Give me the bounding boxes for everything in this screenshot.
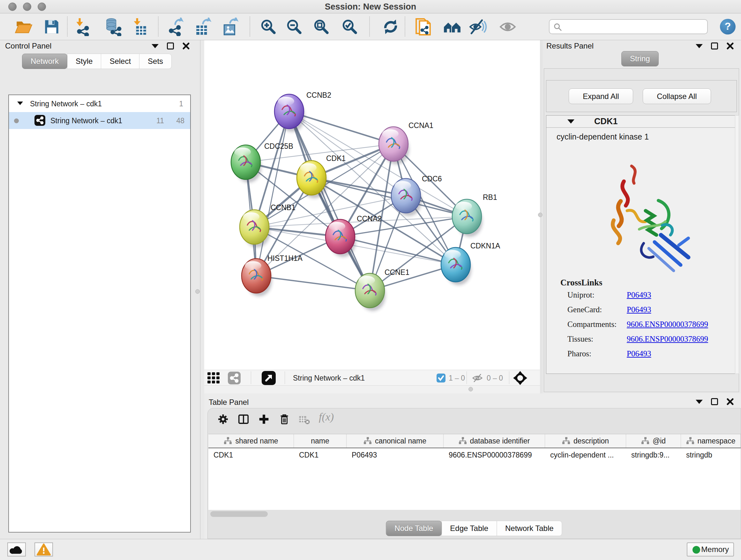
crosslink-link[interactable]: 9606.ENSP00000378699 [627, 320, 708, 329]
table-cell[interactable]: stringdb [681, 448, 741, 462]
delete-column-icon[interactable] [278, 413, 291, 426]
import-network-from-database-button[interactable] [104, 17, 123, 36]
network-node-CDK1[interactable] [297, 161, 326, 195]
hide-selected-button[interactable] [469, 17, 487, 36]
apply-layout-button[interactable] [381, 17, 400, 36]
left-splitter-handle[interactable] [195, 289, 200, 294]
column-header--id[interactable]: @id [626, 434, 681, 448]
zoom-out-button[interactable] [285, 17, 304, 36]
column-header-description[interactable]: description [545, 434, 626, 448]
zoom-in-button[interactable] [259, 17, 278, 36]
panel-menu-icon[interactable] [696, 44, 703, 48]
network-collection-row[interactable]: String Network – cdk1 1 [9, 95, 190, 112]
network-edge[interactable] [289, 111, 394, 144]
open-session-button[interactable] [14, 17, 33, 36]
crosslink-link[interactable]: 9606.ENSP00000378699 [627, 334, 708, 344]
tab-edge-table[interactable]: Edge Table [441, 521, 497, 536]
tab-string[interactable]: String [621, 51, 659, 66]
panel-close-icon[interactable] [726, 398, 734, 406]
network-node-CCNB1[interactable] [240, 210, 269, 244]
collapse-all-button[interactable]: Collapse All [643, 88, 711, 104]
pan-target-icon[interactable] [513, 371, 527, 385]
panel-float-icon[interactable] [167, 43, 174, 50]
table-cell[interactable]: P06493 [347, 448, 444, 462]
save-session-button[interactable] [43, 17, 61, 36]
network-node-CDC6[interactable] [391, 179, 421, 213]
expand-all-button[interactable]: Expand All [569, 88, 633, 104]
column-header-canonical-name[interactable]: canonical name [347, 434, 444, 448]
table-cell[interactable]: cyclin-dependent ... [545, 448, 626, 462]
horizontal-splitter-handle[interactable] [468, 387, 473, 391]
table-cell[interactable]: stringdb:9... [626, 448, 681, 462]
network-edge[interactable] [256, 111, 289, 276]
crosslink-link[interactable]: P06493 [627, 291, 651, 300]
crosslink-link[interactable]: P06493 [627, 305, 651, 314]
hidden-eye-icon[interactable] [472, 373, 483, 383]
tree-expand-icon[interactable] [17, 102, 23, 105]
delete-table-icon[interactable] [298, 415, 310, 425]
cloud-button[interactable] [7, 543, 26, 557]
network-node-CCNB2[interactable] [274, 94, 304, 129]
panel-menu-icon[interactable] [696, 400, 703, 404]
selected-checkbox[interactable] [436, 374, 446, 382]
column-header-shared-name[interactable]: shared name [208, 434, 294, 448]
tab-select[interactable]: Select [101, 54, 139, 69]
tab-network[interactable]: Network [22, 54, 67, 69]
import-network-from-file-button[interactable] [73, 17, 92, 36]
crosslink-link[interactable]: P06493 [627, 349, 651, 358]
export-image-button[interactable] [221, 17, 239, 36]
table-cell[interactable]: 9606.ENSP00000378699 [444, 448, 545, 462]
search-input[interactable] [566, 20, 703, 33]
column-header-name[interactable]: name [294, 434, 347, 448]
tab-node-table[interactable]: Node Table [386, 521, 442, 536]
show-columns-icon[interactable] [237, 413, 250, 426]
gene-entry-header[interactable]: CDK1 [546, 116, 737, 128]
network-from-document-button[interactable] [414, 17, 433, 36]
panel-menu-icon[interactable] [151, 44, 158, 48]
function-builder-button[interactable]: f(x) [319, 411, 334, 423]
network-node-HIST1H1A[interactable] [242, 259, 271, 293]
right-splitter-handle[interactable] [538, 212, 542, 217]
zoom-selected-button[interactable] [340, 17, 359, 36]
add-column-icon[interactable] [258, 413, 270, 426]
warnings-button[interactable] [35, 543, 53, 557]
export-network-button[interactable] [166, 17, 185, 36]
network-node-CCNE1[interactable] [355, 273, 385, 308]
results-scrollbar[interactable] [735, 115, 739, 374]
detach-view-badge[interactable] [262, 371, 276, 385]
network-node-CCNA2[interactable] [326, 219, 355, 254]
panel-close-icon[interactable] [726, 42, 734, 50]
network-node-CDC25B[interactable] [231, 145, 260, 179]
network-node-CDKN1A[interactable] [441, 247, 470, 282]
panel-float-icon[interactable] [711, 43, 718, 50]
tab-network-table[interactable]: Network Table [496, 521, 562, 536]
horizontal-splitter[interactable] [204, 386, 540, 393]
panel-float-icon[interactable] [711, 398, 718, 405]
table-cell[interactable]: CDK1 [208, 448, 294, 462]
table-options-gear-icon[interactable] [217, 413, 229, 426]
first-neighbors-button[interactable] [443, 17, 461, 36]
memory-button[interactable]: Memory [687, 543, 734, 557]
network-edge[interactable] [256, 276, 370, 291]
import-table-button[interactable] [130, 17, 149, 36]
column-header-database-identifier[interactable]: database identifier [444, 434, 545, 448]
export-table-button[interactable] [194, 17, 212, 36]
table-horizontal-scrollbar[interactable] [210, 511, 268, 517]
tab-sets[interactable]: Sets [139, 54, 172, 69]
collapse-entry-icon[interactable] [567, 119, 575, 124]
grid-view-icon[interactable] [207, 372, 220, 384]
network-edge[interactable] [289, 111, 370, 291]
network-row-selected[interactable]: String Network – cdk1 11 48 [9, 112, 190, 129]
table-row[interactable]: CDK1CDK1P064939606.ENSP00000378699cyclin… [208, 448, 741, 462]
tab-style[interactable]: Style [67, 54, 101, 69]
show-all-button[interactable] [498, 17, 517, 36]
network-view-badge[interactable] [228, 372, 241, 384]
help-button[interactable]: ? [720, 19, 736, 35]
table-cell[interactable]: CDK1 [294, 448, 347, 462]
network-node-CCNA1[interactable] [379, 127, 408, 161]
zoom-fit-button[interactable] [312, 17, 331, 36]
network-canvas[interactable]: CCNB2CCNA1CDC25BCDK1CDC6RB1CCNB1CCNA2CDK… [204, 40, 540, 370]
network-node-RB1[interactable] [452, 199, 482, 234]
column-header-namespace[interactable]: namespace [681, 434, 741, 448]
panel-close-icon[interactable] [182, 42, 190, 50]
